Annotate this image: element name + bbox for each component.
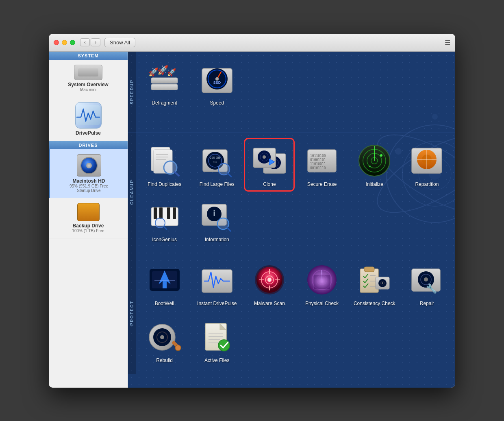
speed-item[interactable]: SSD Speed <box>193 58 241 127</box>
svg-line-71 <box>227 228 230 231</box>
instant-drivepulse-item[interactable]: Instant DrivePulse <box>193 258 241 311</box>
maximize-button[interactable] <box>70 40 75 45</box>
repartition-item[interactable]: Repartition <box>403 139 451 190</box>
initialize-item[interactable]: Initialize <box>350 139 399 190</box>
clone-item[interactable]: Clone <box>245 139 293 190</box>
speedup-label: SPEEDUP <box>128 52 136 133</box>
initialize-icon <box>356 142 393 179</box>
rebuild-item[interactable]: Rebuild <box>140 315 189 368</box>
forward-button[interactable]: › <box>91 38 100 46</box>
svg-point-53 <box>380 154 382 157</box>
svg-point-41 <box>263 155 266 159</box>
icon-genius-item[interactable]: IconGenius <box>140 194 189 246</box>
speedup-section: SPEEDUP <box>128 52 455 133</box>
defragment-label: Defragment <box>152 100 177 106</box>
svg-text:250 GB: 250 GB <box>210 156 220 159</box>
secure-erase-icon: 10110100 01001101 11010011 00101110 <box>304 142 340 179</box>
main-content: SYSTEM System Overview Mac mini <box>49 52 455 388</box>
svg-rect-61 <box>154 207 157 219</box>
speedup-grid: 🚀 🚀 🚀 Defragment <box>136 52 455 133</box>
protect-section: PROTECT <box>128 252 455 374</box>
instant-drivepulse-icon <box>199 262 235 298</box>
malware-scan-label: Malware Scan <box>254 301 285 306</box>
information-item[interactable]: i Information <box>193 194 241 246</box>
physical-check-item[interactable]: Physical Check <box>298 258 346 311</box>
active-files-icon <box>199 318 235 355</box>
bootwell-item[interactable]: BootWell <box>140 258 189 311</box>
bootwell-icon <box>146 262 183 298</box>
secure-erase-item[interactable]: 10110100 01001101 11010011 00101110 Secu… <box>298 139 346 190</box>
traffic-lights <box>54 40 75 45</box>
svg-rect-90 <box>313 275 330 289</box>
clone-label: Clone <box>263 181 276 187</box>
speed-label: Speed <box>210 100 224 106</box>
physical-check-icon <box>304 262 340 298</box>
svg-point-19 <box>215 77 219 81</box>
initialize-label: Initialize <box>366 181 383 187</box>
svg-point-116 <box>175 345 181 351</box>
protect-grid: BootWell <box>136 252 455 374</box>
backup-drive-label: Backup Drive <box>73 223 104 229</box>
macintosh-hd-label: Macintosh HD <box>72 178 105 184</box>
svg-text:i: i <box>213 209 215 218</box>
svg-rect-11 <box>151 78 178 83</box>
rebuild-label: Rebuild <box>156 358 173 363</box>
svg-point-114 <box>160 335 164 339</box>
find-duplicates-item[interactable]: Find Duplicates <box>140 139 189 190</box>
svg-line-26 <box>175 172 179 176</box>
sections-wrapper: SPEEDUP <box>128 52 455 388</box>
find-large-files-item[interactable]: 250 GB free Find Large Files <box>193 139 241 190</box>
icon-genius-label: IconGenius <box>152 237 177 242</box>
consistency-check-icon <box>356 262 393 298</box>
svg-text:01001101: 01001101 <box>310 158 326 162</box>
titlebar: ‹ › Show All ☰ <box>49 34 455 52</box>
svg-line-66 <box>164 227 167 229</box>
cleanup-section: CLEANUP <box>128 133 455 252</box>
macintosh-hd-sublabel1: 95% (951.9 GB) Free <box>70 184 108 188</box>
minimize-button[interactable] <box>62 40 67 45</box>
svg-rect-0 <box>76 105 100 125</box>
drives-section-header: DRIVES <box>49 141 128 149</box>
physical-check-label: Physical Check <box>305 301 339 306</box>
icon-genius-icon <box>146 198 183 234</box>
svg-text:SSD: SSD <box>213 81 221 85</box>
close-button[interactable] <box>54 40 59 45</box>
svg-text:🔧: 🔧 <box>426 283 437 294</box>
svg-text:00101110: 00101110 <box>310 166 326 170</box>
sidebar-item-drivepulse[interactable]: DrivePulse <box>49 97 128 141</box>
svg-text:10110100: 10110100 <box>310 154 326 158</box>
active-files-item[interactable]: Active Files <box>193 315 241 368</box>
clone-icon <box>251 142 288 179</box>
svg-rect-10 <box>151 84 178 90</box>
svg-point-123 <box>218 340 230 351</box>
defragment-item[interactable]: 🚀 🚀 🚀 Defragment <box>140 58 189 127</box>
svg-rect-64 <box>173 207 176 219</box>
sidebar-item-system-overview[interactable]: System Overview Mac mini <box>49 60 128 97</box>
sidebar: SYSTEM System Overview Mac mini <box>49 52 128 388</box>
consistency-check-item[interactable]: Consistency Check <box>350 258 399 311</box>
system-section-header: SYSTEM <box>49 52 128 60</box>
find-duplicates-label: Find Duplicates <box>148 181 181 187</box>
svg-point-109 <box>424 277 428 281</box>
sidebar-item-backup-drive[interactable]: Backup Drive 100% (1 TB) Free <box>49 198 128 238</box>
svg-text:free: free <box>213 161 217 163</box>
malware-scan-icon <box>251 262 288 298</box>
malware-scan-item[interactable]: Malware Scan <box>245 258 293 311</box>
svg-text:11010011: 11010011 <box>310 162 326 166</box>
show-all-button[interactable]: Show All <box>104 38 135 47</box>
repartition-icon <box>408 142 445 179</box>
svg-text:🚀: 🚀 <box>167 68 176 77</box>
system-overview-label: System Overview <box>68 82 108 87</box>
svg-rect-62 <box>159 207 163 219</box>
active-files-label: Active Files <box>204 358 229 363</box>
svg-rect-63 <box>167 207 170 219</box>
sidebar-item-macintosh-hd[interactable]: Macintosh HD 95% (951.9 GB) Free Startup… <box>49 149 128 198</box>
menu-icon[interactable]: ☰ <box>445 39 450 46</box>
consistency-check-label: Consistency Check <box>354 301 395 306</box>
information-label: Information <box>205 237 229 242</box>
system-overview-sublabel: Mac mini <box>80 87 96 92</box>
back-button[interactable]: ‹ <box>80 38 90 46</box>
protect-label: PROTECT <box>128 252 136 374</box>
repair-item[interactable]: 🔧 Repair <box>403 258 451 311</box>
cleanup-label: CLEANUP <box>128 133 136 252</box>
